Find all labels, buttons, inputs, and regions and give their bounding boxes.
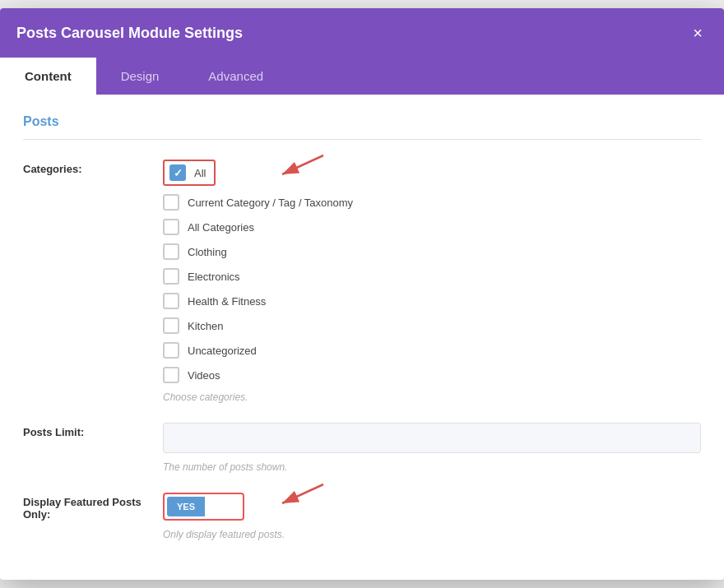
checkbox-videos[interactable] — [163, 367, 179, 383]
arrow-annotation-categories — [270, 151, 327, 184]
checkbox-kitchen[interactable] — [163, 317, 179, 334]
category-label: Health & Fitness — [188, 295, 266, 308]
toggle-yes-label: YES — [167, 497, 205, 516]
categories-content: All Cu — [163, 160, 701, 403]
checkbox-current-category[interactable] — [163, 194, 179, 211]
tabs-bar: Content Design Advanced — [0, 58, 724, 95]
display-featured-helper: Only display featured posts. — [163, 529, 701, 540]
modal-body: Posts Categories: All — [0, 95, 724, 580]
checkbox-all-categories[interactable] — [163, 219, 179, 235]
arrow-annotation-toggle — [270, 480, 327, 513]
checkbox-health-fitness[interactable] — [163, 293, 179, 309]
display-featured-content: YES Only display featured posts. — [163, 493, 701, 540]
posts-limit-helper: The number of posts shown. — [163, 461, 701, 473]
display-featured-label: Display Featured Posts Only: — [23, 493, 163, 521]
posts-limit-label: Posts Limit: — [23, 423, 163, 438]
toggle-no-label — [205, 497, 240, 516]
svg-line-3 — [282, 484, 323, 503]
categories-helper-text: Choose categories. — [163, 391, 701, 403]
posts-limit-content: The number of posts shown. — [163, 423, 701, 473]
tab-content[interactable]: Content — [0, 58, 96, 95]
posts-limit-field-row: Posts Limit: The number of posts shown. — [23, 423, 701, 473]
category-label: Electronics — [188, 271, 240, 283]
svg-line-1 — [282, 155, 323, 174]
list-item: Kitchen — [163, 317, 701, 334]
tab-design[interactable]: Design — [96, 58, 184, 95]
display-featured-field-row: Display Featured Posts Only: YES — [23, 493, 701, 540]
tab-advanced[interactable]: Advanced — [183, 58, 288, 95]
category-label: Kitchen — [188, 320, 223, 332]
modal-title: Posts Carousel Module Settings — [16, 25, 243, 42]
list-item: Health & Fitness — [163, 293, 701, 309]
close-button[interactable]: × — [688, 23, 708, 43]
list-item: Uncategorized — [163, 342, 701, 359]
category-label: Uncategorized — [188, 345, 257, 357]
category-label: All Categories — [188, 221, 254, 234]
list-item: Current Category / Tag / Taxonomy — [163, 194, 701, 211]
categories-label: Categories: — [23, 160, 163, 175]
toggle-featured[interactable]: YES — [163, 493, 244, 521]
category-all-label: All — [194, 167, 206, 179]
checkbox-all[interactable] — [169, 164, 186, 181]
modal-container: Posts Carousel Module Settings × Content… — [0, 8, 724, 580]
list-item: Electronics — [163, 268, 701, 285]
list-item: Clothing — [163, 243, 701, 260]
section-divider — [23, 139, 701, 140]
checkbox-electronics[interactable] — [163, 268, 179, 285]
categories-field-row: Categories: All — [23, 160, 701, 403]
section-title: Posts — [23, 114, 701, 129]
modal-header: Posts Carousel Module Settings × — [0, 8, 724, 58]
posts-limit-input[interactable] — [163, 423, 701, 453]
list-item: Videos — [163, 367, 701, 383]
category-label: Videos — [188, 369, 220, 382]
category-label: Current Category / Tag / Taxonomy — [188, 197, 353, 209]
list-item: All Categories — [163, 219, 701, 235]
categories-list: Current Category / Tag / Taxonomy All Ca… — [163, 194, 701, 383]
checkbox-clothing[interactable] — [163, 243, 179, 260]
category-label: Clothing — [188, 246, 227, 258]
checkbox-uncategorized[interactable] — [163, 342, 179, 359]
